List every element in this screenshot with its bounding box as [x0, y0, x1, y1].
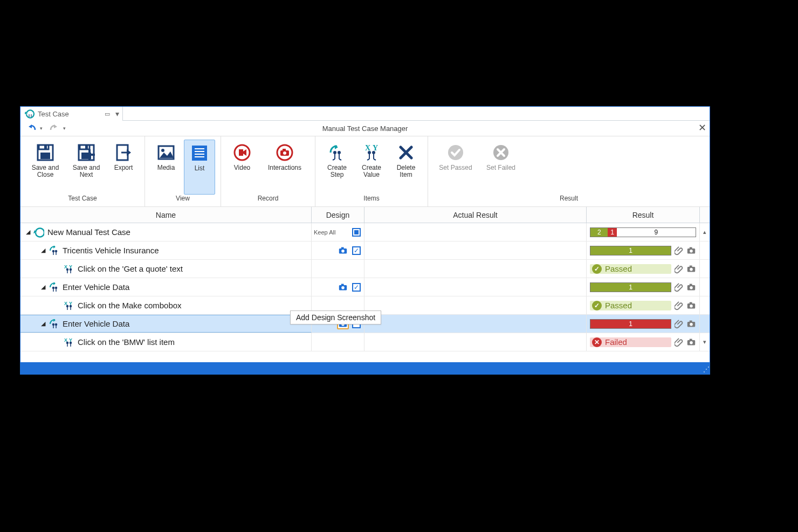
ribbon-group-label: Items — [315, 195, 428, 206]
save-and-next-button[interactable]: Save and Next — [67, 140, 106, 195]
scroll-gutter[interactable] — [700, 260, 710, 278]
scroll-gutter[interactable] — [700, 296, 710, 314]
column-header-actual[interactable]: Actual Result — [364, 207, 587, 223]
attachment-icon[interactable] — [675, 337, 683, 347]
cell-result: 1 — [587, 241, 700, 259]
cell-actual-result[interactable] — [364, 260, 587, 278]
cell-actual-result[interactable] — [364, 315, 587, 333]
attachment-icon[interactable] — [675, 264, 683, 274]
cell-result: 1 — [587, 278, 700, 296]
set-failed-button[interactable]: Set Failed — [480, 140, 522, 195]
table-row[interactable]: ◢Enter Vehicle Data✓1 — [20, 278, 710, 296]
add-screenshot-button[interactable] — [337, 245, 349, 256]
create-step-icon — [326, 142, 348, 163]
row-title: Click on the 'Get a quote' text — [78, 264, 183, 273]
attachment-icon[interactable] — [675, 246, 683, 255]
status-label: Passed — [605, 301, 632, 310]
row-title: Click on the Make combobox — [78, 301, 182, 310]
checkbox-checked[interactable]: ✓ — [352, 246, 361, 255]
camera-icon[interactable] — [686, 320, 696, 328]
delete-item-button[interactable]: Delete Item — [390, 140, 422, 195]
camera-icon[interactable] — [686, 265, 696, 273]
grid-body: ◢New Manual Test CaseKeep All219▴◢Tricen… — [20, 223, 710, 351]
table-row[interactable]: Click on the 'Get a quote' text✓Passed — [20, 260, 710, 278]
result-segment: 2 — [590, 228, 608, 237]
scroll-gutter[interactable] — [700, 241, 710, 259]
create-step-button[interactable]: Create Step — [321, 140, 353, 195]
media-icon — [155, 142, 177, 163]
video-button[interactable]: Video — [226, 140, 258, 195]
cell-result: 1 — [587, 315, 700, 333]
status-badge: ✓Passed — [590, 301, 671, 310]
camera-icon[interactable] — [686, 283, 696, 292]
list-button[interactable]: List — [184, 140, 215, 195]
result-segment: 1 — [590, 246, 671, 255]
expander-icon[interactable]: ◢ — [40, 284, 46, 291]
redo-dropdown-icon[interactable]: ▾ — [63, 126, 66, 131]
expander-icon[interactable]: ◢ — [40, 320, 46, 327]
keep-all-label[interactable]: Keep All — [314, 229, 335, 236]
status-badge: ✓Passed — [590, 264, 671, 274]
table-row[interactable]: Click on the 'BMW' list item✕Failed▾ — [20, 333, 710, 351]
scroll-gutter[interactable] — [700, 278, 710, 296]
expander-icon[interactable]: ◢ — [25, 229, 31, 236]
cell-design — [312, 260, 364, 278]
value-icon — [64, 300, 74, 311]
undo-button[interactable] — [25, 123, 38, 134]
ribbon: Save and Close Save and Next Export Test… — [20, 136, 710, 207]
create-value-button[interactable]: Create Value — [355, 140, 388, 195]
column-header-result[interactable]: Result — [587, 207, 700, 223]
value-icon — [64, 337, 74, 348]
attachment-icon[interactable] — [675, 282, 683, 292]
save-and-close-button[interactable]: Save and Close — [26, 140, 65, 195]
camera-icon[interactable] — [686, 338, 696, 347]
ribbon-group-label: View — [145, 195, 221, 206]
media-button[interactable]: Media — [150, 140, 182, 195]
cell-design: ✓ — [312, 241, 364, 259]
camera-icon[interactable] — [686, 301, 696, 310]
checkbox-checked[interactable]: ✓ — [352, 283, 361, 292]
tab-test-case[interactable]: Test Case ▭ ▾ — [20, 107, 123, 121]
scroll-gutter[interactable]: ▾ — [700, 333, 710, 351]
expander-icon[interactable]: ◢ — [40, 247, 46, 254]
redo-button[interactable] — [48, 123, 61, 134]
scroll-gutter[interactable] — [700, 315, 710, 333]
cell-actual-result[interactable] — [364, 223, 587, 241]
cell-name: ◢Enter Vehicle Data — [20, 315, 312, 333]
status-label: Failed — [605, 337, 627, 347]
restore-icon[interactable]: ▭ — [105, 110, 110, 118]
cell-actual-result[interactable] — [364, 241, 587, 259]
table-row[interactable]: ◢New Manual Test CaseKeep All219▴ — [20, 223, 710, 241]
checkbox-indeterminate[interactable] — [352, 228, 361, 237]
export-button[interactable]: Export — [108, 140, 139, 195]
column-header-design[interactable]: Design — [312, 207, 364, 223]
attachment-icon[interactable] — [675, 301, 683, 310]
undo-dropdown-icon[interactable]: ▾ — [40, 126, 43, 131]
cell-design: Keep All — [312, 223, 364, 241]
cell-actual-result[interactable] — [364, 278, 587, 296]
header-title: Manual Test Case Manager — [20, 125, 710, 133]
cell-actual-result[interactable] — [364, 333, 587, 351]
resize-grip-icon[interactable]: ⋰ — [703, 365, 708, 373]
cell-actual-result[interactable] — [364, 296, 587, 314]
table-row[interactable]: ◢Tricentis Vehicle Insurance✓1 — [20, 241, 710, 260]
attachment-icon[interactable] — [675, 319, 683, 329]
ribbon-group-testcase: Save and Close Save and Next Export Test… — [20, 136, 145, 206]
tab-strip: Test Case ▭ ▾ — [20, 107, 710, 121]
camera-icon[interactable] — [686, 246, 696, 255]
diskette-icon — [35, 142, 56, 163]
set-passed-button[interactable]: Set Passed — [434, 140, 478, 195]
cell-result: ✓Passed — [587, 260, 700, 278]
interactions-button[interactable]: Interactions — [260, 140, 309, 195]
add-screenshot-button[interactable] — [337, 282, 349, 293]
column-header-name[interactable]: Name — [20, 207, 312, 223]
result-bar: 1 — [590, 282, 671, 292]
chevron-down-icon[interactable]: ▾ — [115, 109, 119, 118]
scroll-gutter[interactable]: ▴ — [700, 223, 710, 241]
tab-label: Test Case — [38, 110, 69, 118]
row-title: Click on the 'BMW' list item — [78, 337, 175, 347]
step-icon — [49, 319, 59, 329]
close-button[interactable]: ✕ — [698, 123, 706, 133]
result-segment: 9 — [617, 228, 696, 237]
row-title: Tricentis Vehicle Insurance — [63, 246, 159, 255]
